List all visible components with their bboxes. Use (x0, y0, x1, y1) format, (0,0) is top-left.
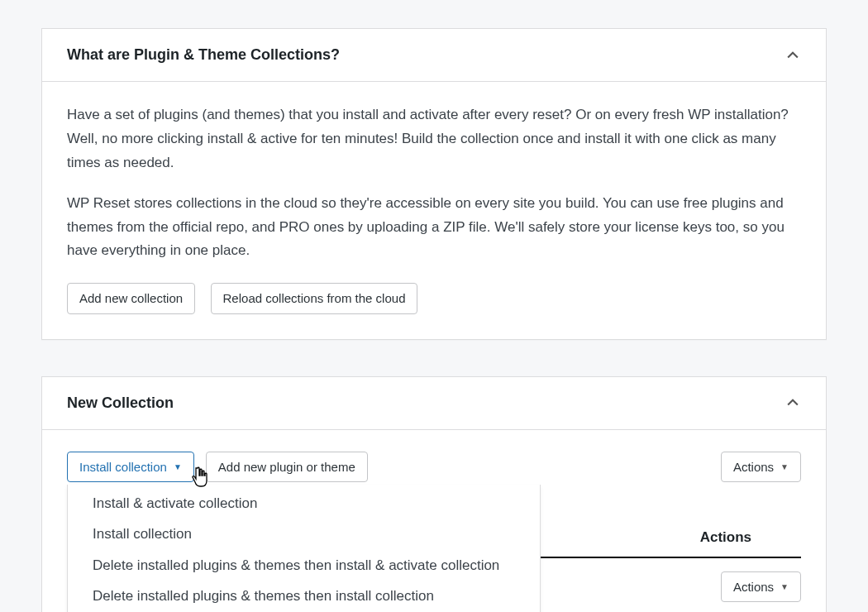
dropdown-item-delete-install-activate[interactable]: Delete installed plugins & themes then i… (68, 550, 540, 581)
caret-down-icon: ▼ (780, 581, 789, 592)
about-paragraph-1: Have a set of plugins (and themes) that … (67, 103, 801, 175)
page-container: What are Plugin & Theme Collections? Hav… (0, 0, 868, 612)
panel-new-collection-header[interactable]: New Collection (42, 377, 826, 430)
chevron-up-icon (785, 47, 801, 64)
panel-new-collection: New Collection Install collection ▼ Add … (41, 376, 827, 612)
caret-down-icon: ▼ (780, 461, 789, 472)
chevron-up-icon (785, 394, 801, 411)
row-actions-dropdown-button[interactable]: Actions ▼ (721, 571, 801, 603)
collection-toolbar-left: Install collection ▼ Add new plugin or t… (67, 452, 368, 483)
row-actions-label: Actions (733, 579, 774, 595)
add-new-collection-button[interactable]: Add new collection (67, 283, 195, 314)
panel-collections-about-title: What are Plugin & Theme Collections? (67, 44, 340, 66)
panel-collections-about: What are Plugin & Theme Collections? Hav… (41, 28, 827, 340)
table-header-actions: Actions (700, 527, 751, 548)
dropdown-item-install-activate[interactable]: Install & activate collection (68, 485, 540, 519)
collection-actions-dropdown-button[interactable]: Actions ▼ (721, 452, 801, 483)
about-paragraph-2: WP Reset stores collections in the cloud… (67, 192, 801, 264)
dropdown-item-install[interactable]: Install collection (68, 519, 540, 550)
install-collection-label: Install collection (79, 459, 167, 476)
add-plugin-or-theme-button[interactable]: Add new plugin or theme (206, 452, 368, 483)
caret-down-icon: ▼ (174, 461, 182, 472)
panel-new-collection-body: Install collection ▼ Add new plugin or t… (42, 430, 826, 612)
install-collection-dropdown-button[interactable]: Install collection ▼ (67, 452, 194, 483)
collection-toolbar-right: Actions ▼ (721, 452, 801, 483)
panel-new-collection-title: New Collection (67, 392, 174, 414)
dropdown-item-delete-install[interactable]: Delete installed plugins & themes then i… (68, 581, 540, 612)
reload-collections-button[interactable]: Reload collections from the cloud (211, 283, 418, 314)
install-collection-dropdown-menu: Install & activate collection Install co… (67, 485, 541, 612)
panel-collections-about-header[interactable]: What are Plugin & Theme Collections? (42, 29, 826, 82)
panel-collections-about-body: Have a set of plugins (and themes) that … (42, 82, 826, 339)
collection-actions-label: Actions (733, 459, 774, 476)
collection-toolbar: Install collection ▼ Add new plugin or t… (67, 452, 801, 483)
